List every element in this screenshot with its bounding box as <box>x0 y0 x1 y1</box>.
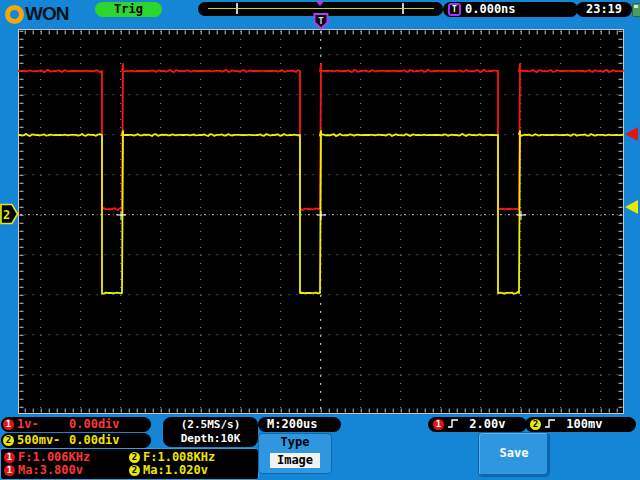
softmenu-type-title: Type <box>259 434 331 451</box>
ch2-number-badge: 2 <box>129 452 140 463</box>
ch1-number-badge: 1 <box>433 419 444 430</box>
ch2-number-badge: 2 <box>129 465 140 476</box>
ch1-volts-per-div: 1v- <box>17 417 39 432</box>
ch2-trigger-readout: 2 100mv <box>525 417 636 432</box>
ch1-trigger-level-arrow <box>625 127 638 141</box>
trigger-time-value: 0.000ns <box>465 2 516 16</box>
trigger-t-badge-label: T <box>318 16 324 26</box>
ch2-trigger-level: 100mv <box>566 417 602 431</box>
ch2-offset: 0.00div <box>69 433 120 448</box>
sample-rate-readout: (2.5MS/s) Depth:10K <box>163 417 258 447</box>
ch2-scale-readout: 2 500mv- 0.00div <box>1 433 151 448</box>
memory-window-right-bracket <box>402 3 404 14</box>
ch2-max-value: Ma:1.020v <box>143 463 208 477</box>
ch2-trigger-level-arrow <box>625 200 638 214</box>
ch1-max-measurement: 1 Ma:3.800v <box>4 464 83 477</box>
measurement-panel: 1 F:1.006KHz 2 F:1.008KHz 1 Ma:3.800v 2 … <box>0 448 259 480</box>
rising-edge-icon <box>447 418 459 429</box>
ch1-frequency-value: F:1.006KHz <box>18 450 90 464</box>
memory-depth-value: Depth:10K <box>163 432 258 446</box>
memory-bar-line <box>208 8 434 9</box>
ch1-scale-readout: 1 1v- 0.00div <box>1 417 151 432</box>
ch1-number-badge: 1 <box>4 452 15 463</box>
clock: 23:19 <box>576 2 632 17</box>
ch1-number-badge: 1 <box>3 419 14 430</box>
softmenu-type-selected-option[interactable]: Image <box>270 453 320 468</box>
ch2-max-measurement: 2 Ma:1.020v <box>129 464 208 477</box>
trigger-time-readout: T0.000ns <box>443 2 578 17</box>
trigger-position-marker-icon <box>316 1 324 6</box>
ch2-zero-marker-label: 2 <box>3 208 10 222</box>
timebase-readout: M:200us <box>258 417 341 432</box>
ch2-frequency-value: F:1.008KHz <box>143 450 215 464</box>
waveform-display <box>18 29 624 414</box>
ch1-trigger-level: 2.00v <box>469 417 505 431</box>
ch2-number-badge: 2 <box>3 435 14 446</box>
ch1-trigger-readout: 1 2.00v <box>428 417 527 432</box>
trigger-t-icon: T <box>448 3 461 16</box>
trigger-t-badge: T <box>313 13 329 30</box>
owon-logo-o-icon <box>5 5 24 24</box>
trigger-status-badge: Trig <box>95 2 162 17</box>
softmenu-type[interactable]: Type Image <box>258 433 332 474</box>
ch2-number-badge: 2 <box>530 419 541 430</box>
rising-edge-icon <box>544 418 556 429</box>
owon-logo: WON <box>5 3 68 25</box>
sample-rate-value: (2.5MS/s) <box>163 418 258 432</box>
ch1-number-badge: 1 <box>4 465 15 476</box>
usb-storage-icon <box>632 3 640 17</box>
ch1-offset: 0.00div <box>69 417 120 432</box>
ch2-zero-marker: 2 <box>0 203 19 225</box>
memory-window-left-bracket <box>236 3 238 14</box>
ch2-volts-per-div: 500mv- <box>17 433 60 448</box>
ch1-max-value: Ma:3.800v <box>18 463 83 477</box>
owon-logo-text: WON <box>25 3 68 25</box>
save-button[interactable]: Save <box>478 432 550 477</box>
